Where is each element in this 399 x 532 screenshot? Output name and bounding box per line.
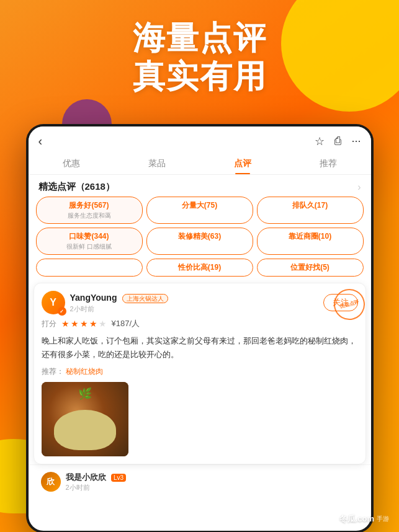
- phone-screen: ‹ ☆ ⎙ ··· 优惠 菜品 点评 推荐 精选点评（2618）: [29, 126, 371, 531]
- tag-value-main: 性价比高(19): [153, 262, 246, 273]
- star-3: ★: [80, 319, 88, 329]
- avatar: Y ✓: [42, 291, 65, 314]
- reviewer-row: Y ✓ YangYoung 上海火锅达人 2小时前: [42, 291, 358, 314]
- star-rating: ★ ★ ★ ★ ★: [61, 319, 107, 329]
- star-2: ★: [71, 319, 79, 329]
- tag-taste-sub: 很新鲜 口感细腻: [43, 242, 136, 251]
- tag-value[interactable]: 性价比高(19): [146, 259, 253, 277]
- bottom-reviewer-name: 我是小欣欣: [66, 472, 106, 482]
- header-section: 海量点评 真实有用: [0, 19, 399, 96]
- section-title: 精选点评（2618）: [38, 181, 115, 193]
- reviewer-name-row: YangYoung 上海火锅达人: [70, 292, 168, 303]
- star-icon[interactable]: ☆: [315, 135, 325, 148]
- star-5: ★: [99, 319, 107, 329]
- section-arrow-icon[interactable]: ›: [357, 182, 361, 193]
- app-bar: ‹ ☆ ⎙ ···: [29, 126, 371, 153]
- tag-taste[interactable]: 口味赞(344) 很新鲜 口感细腻: [36, 228, 143, 255]
- section-header: 精选点评（2618） ›: [29, 175, 371, 197]
- watermark-sub: 手游: [377, 515, 389, 523]
- food-image-inner: 🌿: [42, 382, 128, 456]
- more-icon[interactable]: ···: [351, 135, 361, 148]
- share-icon[interactable]: ⎙: [334, 135, 341, 148]
- star-4: ★: [89, 319, 97, 329]
- bottom-name-row: 我是小欣欣 Lv3: [66, 471, 127, 483]
- food-bowl: [54, 410, 116, 450]
- review-text: 晚上和家人吃饭，订个包厢，其实这家之前父母有来过，那回老爸老妈吃的秘制红烧肉，还…: [42, 334, 358, 361]
- tag-service[interactable]: 服务好(567) 服务生态度和蔼: [36, 197, 143, 224]
- avatar-badge: ✓: [58, 307, 66, 316]
- tag-queue-main: 排队久(17): [264, 200, 357, 211]
- tag-findable-main: 位置好找(5): [264, 262, 357, 273]
- tag-portion-main: 分量大(75): [153, 200, 246, 211]
- watermark-site: 冬瓜.com: [339, 513, 374, 525]
- review-card: Y ✓ YangYoung 上海火锅达人 2小时前: [34, 283, 366, 464]
- stamp-text: 优选点评: [339, 299, 359, 310]
- score-label: 打分: [42, 319, 56, 329]
- reviewer-tag: 上海火锅达人: [122, 294, 168, 303]
- price-tag: ¥187/人: [112, 318, 140, 329]
- tab-dianping[interactable]: 点评: [200, 153, 285, 174]
- tag-service-sub: 服务生态度和蔼: [43, 211, 136, 220]
- tag-empty: [36, 259, 143, 277]
- tab-caipin[interactable]: 菜品: [114, 153, 200, 174]
- tag-location[interactable]: 靠近商圈(10): [257, 228, 364, 255]
- bottom-avatar: 欣: [41, 472, 61, 492]
- bottom-reviewer-details: 我是小欣欣 Lv3 2小时前: [66, 471, 127, 492]
- tab-bar: 优惠 菜品 点评 推荐: [29, 153, 371, 175]
- reviewer-time: 2小时前: [70, 304, 168, 314]
- reviewer-name: YangYoung: [70, 293, 117, 303]
- recommend-label: 推荐： 秘制红烧肉: [42, 366, 358, 377]
- bottom-reviewer-level: Lv3: [111, 474, 126, 482]
- phone-frame: ‹ ☆ ⎙ ··· 优惠 菜品 点评 推荐 精选点评（2618）: [26, 124, 374, 532]
- tag-taste-main: 口味赞(344): [43, 231, 136, 242]
- headline-line2: 真实有用: [0, 57, 399, 95]
- tag-findable[interactable]: 位置好找(5): [257, 259, 364, 277]
- verified-icon: ✓: [60, 309, 64, 314]
- recommend-link[interactable]: 秘制红烧肉: [66, 367, 103, 376]
- tab-tuijian[interactable]: 推荐: [285, 153, 371, 174]
- tag-decor-main: 装修精美(63): [153, 231, 246, 242]
- tag-grid: 服务好(567) 服务生态度和蔼 分量大(75) 排队久(17) 口味赞(344…: [29, 197, 371, 283]
- back-button[interactable]: ‹: [38, 134, 43, 148]
- tag-location-main: 靠近商圈(10): [264, 231, 357, 242]
- tag-portion[interactable]: 分量大(75): [146, 197, 253, 224]
- bottom-reviewer-row: 欣 我是小欣欣 Lv3 2小时前: [29, 464, 371, 499]
- bottom-reviewer-time: 2小时前: [66, 483, 127, 492]
- headline-line1: 海量点评: [0, 19, 399, 57]
- tab-youhui[interactable]: 优惠: [29, 153, 114, 174]
- star-1: ★: [61, 319, 69, 329]
- reviewer-details: YangYoung 上海火锅达人 2小时前: [70, 292, 168, 314]
- food-image: 🌿: [42, 382, 128, 456]
- tag-queue[interactable]: 排队久(17): [257, 197, 364, 224]
- watermark: 冬瓜.com 手游: [339, 513, 389, 525]
- review-meta: 打分 ★ ★ ★ ★ ★ ¥187/人: [42, 318, 358, 329]
- tag-service-main: 服务好(567): [43, 200, 136, 211]
- tag-decor[interactable]: 装修精美(63): [146, 228, 253, 255]
- reviewer-info: Y ✓ YangYoung 上海火锅达人 2小时前: [42, 291, 168, 314]
- review-card-wrapper: Y ✓ YangYoung 上海火锅达人 2小时前: [29, 283, 371, 464]
- food-garnish: 🌿: [78, 387, 92, 401]
- app-bar-actions: ☆ ⎙ ···: [315, 135, 361, 148]
